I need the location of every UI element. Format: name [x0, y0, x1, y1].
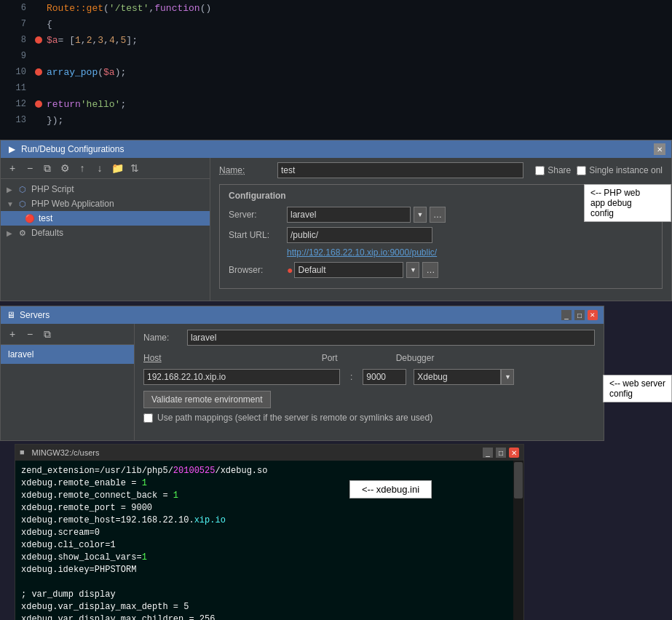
servers-minimize-btn[interactable]: _ — [561, 310, 572, 320]
line-number: 7 — [6, 19, 26, 29]
tree-item-defaults[interactable]: ▶ ⚙ Defaults — [1, 226, 210, 240]
code-line: 12 return 'hello'; — [0, 96, 672, 112]
start-url-row: Start URL: — [229, 227, 653, 243]
code-editor: 6Route::get('/test', function()7{8 $a = … — [0, 0, 672, 142]
browser-label: Browser: — [229, 265, 287, 275]
server-list-item[interactable]: laravel — [1, 345, 134, 364]
server-dots-btn[interactable]: … — [430, 207, 446, 223]
code-token: , — [92, 35, 98, 46]
code-token: { — [47, 19, 52, 30]
terminal-scrollbar-thumb — [514, 462, 523, 498]
terminal-line: zend_extension=/usr/lib/php5/20100525/xd… — [21, 465, 518, 477]
terminal-text: xdebug.remote_host=192.168.22.10. — [21, 515, 194, 525]
srv-debugger-col-label: Debugger — [396, 353, 435, 363]
terminal-text: 1 — [142, 478, 147, 488]
config-options-btn[interactable]: ⚙ — [58, 161, 72, 175]
validate-btn[interactable]: Validate remote environment — [143, 391, 271, 408]
terminal-text: /xdebug.so — [215, 466, 267, 476]
port-input[interactable] — [363, 369, 406, 385]
terminal-text: 1 — [173, 490, 178, 501]
terminal-line: xdebug.remote_enable = 1 — [21, 477, 518, 490]
code-token: '/test' — [109, 3, 149, 14]
terminal-close-btn[interactable]: ✕ — [509, 448, 519, 458]
share-checkbox[interactable] — [535, 166, 545, 175]
code-line: 8 $a = [1, 2, 3, 4, 5]; — [0, 32, 672, 48]
code-token: array_pop — [47, 67, 98, 78]
terminal-text: zend_extension=/usr/lib/php5/ — [21, 466, 173, 476]
code-token: ( — [98, 67, 103, 78]
code-token: , — [149, 3, 154, 14]
breakpoint-indicator — [35, 68, 42, 76]
srv-name-label: Name: — [143, 333, 187, 343]
servers-maximize-btn[interactable]: □ — [574, 310, 585, 320]
move-down-btn[interactable]: ↓ — [92, 161, 107, 175]
terminal-line: xdebug.remote_host=192.168.22.10.xip.io — [21, 514, 518, 527]
terminal-line: xdebug.remote_port = 9000 — [21, 502, 518, 514]
code-token: function — [154, 3, 199, 14]
code-token: () — [200, 3, 212, 14]
code-token: ); — [115, 67, 127, 78]
name-input[interactable] — [277, 162, 523, 178]
code-token: , — [81, 35, 87, 46]
debugger-dropdown-arrow[interactable]: ▼ — [501, 369, 514, 385]
browser-dropdown-arrow[interactable]: ▼ — [406, 262, 419, 278]
url-link[interactable]: http://192.168.22.10.xip.io:9000/public/ — [287, 247, 437, 258]
sort-btn[interactable]: ⇅ — [127, 161, 142, 175]
line-number: 9 — [6, 51, 26, 61]
terminal-scrollbar[interactable] — [513, 461, 523, 620]
remove-config-btn[interactable]: − — [23, 161, 37, 175]
terminal-text: xdebug.remote_port = 9000 — [21, 503, 152, 513]
host-input[interactable] — [143, 369, 340, 385]
browser-row: Browser: ● Default ▼ … — [229, 262, 653, 278]
test-icon: 🔴 — [24, 212, 36, 224]
path-mappings-checkbox[interactable] — [143, 413, 153, 423]
folder-btn[interactable]: 📁 — [110, 161, 124, 175]
run-debug-close-btn[interactable]: ✕ — [654, 143, 665, 155]
terminal-line: xdebug.var_display_max_children = 256 — [21, 613, 518, 620]
copy-server-btn[interactable]: ⧉ — [40, 327, 55, 341]
tree-arrow-web: ▼ — [7, 200, 17, 208]
tree-item-php-web[interactable]: ▼ ⬡ PHP Web Application — [1, 196, 210, 211]
add-config-btn[interactable]: + — [5, 161, 20, 175]
tree-item-test[interactable]: 🔴 test — [1, 211, 210, 226]
servers-left-panel: + − ⧉ laravel — [1, 324, 135, 440]
terminal-window: ■ MINGW32:/c/users _ □ ✕ zend_extension=… — [15, 444, 524, 620]
code-token: , — [115, 35, 121, 46]
terminal-maximize-btn[interactable]: □ — [496, 448, 506, 458]
url-link-row: http://192.168.22.10.xip.io:9000/public/ — [229, 247, 653, 258]
server-dropdown-arrow[interactable]: ▼ — [414, 207, 427, 223]
code-token: 2 — [87, 35, 92, 46]
terminal-line: ; var_dump display — [21, 589, 518, 601]
terminal-text: xdebug.remote_connect_back = — [21, 490, 173, 501]
run-debug-icon: ▶ — [7, 144, 17, 154]
srv-host-col-label: Host — [143, 353, 162, 363]
port-colon: : — [350, 372, 352, 382]
code-line: 11 — [0, 80, 672, 96]
start-url-input[interactable] — [287, 227, 432, 243]
name-label: Name: — [219, 165, 277, 175]
line-number: 13 — [6, 115, 26, 125]
add-server-btn[interactable]: + — [5, 327, 20, 341]
run-debug-dialog: ▶ Run/Debug Configurations ✕ + − ⧉ ⚙ ↑ ↓… — [0, 140, 672, 301]
copy-config-btn[interactable]: ⧉ — [40, 161, 55, 175]
server-name-input[interactable] — [187, 330, 595, 346]
servers-toolbar: + − ⧉ — [1, 324, 134, 345]
terminal-line: xdebug.cli_color=1 — [21, 539, 518, 552]
debugger-select[interactable]: Xdebug — [414, 369, 501, 385]
terminal-body: zend_extension=/usr/lib/php5/20100525/xd… — [15, 461, 523, 620]
code-token: 5 — [121, 35, 127, 46]
server-select[interactable]: laravel — [287, 207, 411, 223]
tree-item-php-script[interactable]: ▶ ⬡ PHP Script — [1, 182, 210, 196]
remove-server-btn[interactable]: − — [23, 327, 37, 341]
breakpoint-indicator — [35, 36, 42, 44]
terminal-minimize-btn[interactable]: _ — [483, 448, 493, 458]
servers-close-btn[interactable]: ✕ — [588, 310, 598, 320]
move-up-btn[interactable]: ↑ — [75, 161, 90, 175]
terminal-line: xdebug.var_display_max_depth = 5 — [21, 601, 518, 613]
terminal-text: xdebug.remote_enable = — [21, 478, 142, 488]
terminal-line: xdebug.remote_connect_back = 1 — [21, 490, 518, 502]
single-instance-checkbox[interactable] — [577, 166, 586, 175]
browser-select[interactable]: Default — [294, 262, 403, 278]
xdebug-annotation: <-- xdebug.ini — [349, 480, 432, 498]
browser-dots-btn[interactable]: … — [422, 262, 438, 278]
